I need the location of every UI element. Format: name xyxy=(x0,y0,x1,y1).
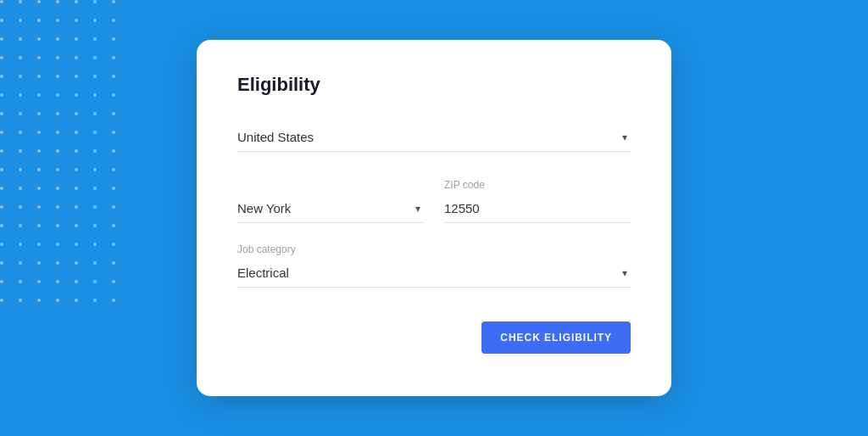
state-zip-row: New York California Texas Florida Illino… xyxy=(237,179,631,223)
country-select[interactable]: United States Canada United Kingdom Aust… xyxy=(237,123,631,151)
zip-label: ZIP code xyxy=(444,179,631,191)
zip-input-wrapper xyxy=(444,194,631,223)
job-category-field: Job category Electrical Plumbing HVAC Ca… xyxy=(237,243,631,288)
zip-field: ZIP code xyxy=(444,179,631,223)
state-select[interactable]: New York California Texas Florida Illino… xyxy=(237,194,424,222)
button-row: CHECK ELiGIBility xyxy=(237,321,631,354)
card-title: Eligibility xyxy=(237,74,631,96)
check-eligibility-button[interactable]: CHECK ELiGIBility xyxy=(481,321,631,354)
job-category-select-wrapper: Electrical Plumbing HVAC Carpentry Paint… xyxy=(237,259,631,288)
country-field: United States Canada United Kingdom Aust… xyxy=(237,123,631,152)
zip-input[interactable] xyxy=(444,194,631,222)
job-category-label: Job category xyxy=(237,243,631,255)
job-category-select[interactable]: Electrical Plumbing HVAC Carpentry Paint… xyxy=(237,259,631,287)
eligibility-card: Eligibility United States Canada United … xyxy=(197,40,671,396)
state-select-wrapper: New York California Texas Florida Illino… xyxy=(237,194,424,223)
state-field: New York California Texas Florida Illino… xyxy=(237,194,424,223)
